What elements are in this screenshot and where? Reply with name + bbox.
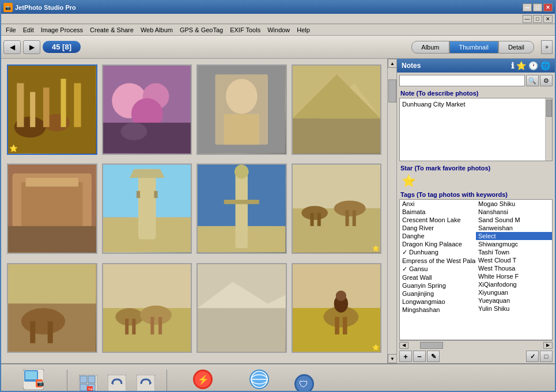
menu-file[interactable]: File	[2, 25, 20, 35]
search-button[interactable]: 🔍	[526, 75, 539, 86]
photo-3[interactable]	[196, 64, 287, 155]
photo-scrollbar[interactable]: ▲ ▼	[387, 59, 396, 363]
tags-scroll-thumb[interactable]	[420, 342, 443, 349]
inner-restore[interactable]: □	[533, 15, 542, 23]
photo-12[interactable]: ⭐	[292, 263, 382, 353]
scroll-thumb[interactable]	[388, 79, 396, 102]
settings-button[interactable]: ⚙	[540, 75, 553, 86]
svg-rect-32	[154, 191, 157, 198]
svg-text:🛡: 🛡	[299, 379, 308, 389]
close-button[interactable]: ✕	[543, 3, 553, 12]
inner-minimize[interactable]: —	[523, 15, 532, 23]
note-area[interactable]: Dunhuang City Market	[399, 98, 553, 161]
separator-1	[67, 370, 67, 392]
tag-guanyin-spring[interactable]: Guanyin Spring	[400, 281, 476, 290]
more-button[interactable]: »	[541, 40, 553, 54]
tag-fullscreen-button[interactable]: □	[540, 351, 553, 362]
menu-edit[interactable]: Edit	[20, 25, 37, 35]
create-share-icon: ⚡	[192, 369, 213, 390]
globe-icon[interactable]: 🌐	[540, 61, 550, 70]
tag-great-wall[interactable]: Great Wall	[400, 273, 476, 281]
import-photos-button[interactable]: 📷 Import Photos	[7, 367, 60, 392]
tag-danghe[interactable]: Danghe	[400, 232, 476, 240]
menu-image-process[interactable]: Image Process	[37, 25, 86, 35]
photo-4[interactable]	[292, 64, 382, 155]
edit-button-1[interactable]: ↪	[74, 371, 102, 392]
tags-scroll-left[interactable]: ◀	[399, 342, 409, 349]
star-button[interactable]: ⭐	[397, 173, 555, 189]
tag-mogao-shiku[interactable]: Mogao Shiku	[476, 200, 552, 208]
star-indicator-8: ⭐	[372, 245, 379, 252]
tag-empress-west-palace[interactable]: Empress of the West Palace	[400, 257, 476, 265]
tags-horizontal-scrollbar[interactable]: ◀ ▶	[399, 340, 553, 349]
photo-2[interactable]	[102, 64, 192, 155]
tag-dang-river[interactable]: Dang River	[400, 224, 476, 232]
tag-white-horse[interactable]: White Horse F	[476, 272, 552, 280]
photo-9[interactable]	[7, 263, 97, 353]
tag-guanjinjing[interactable]: Guanjinjing	[400, 290, 476, 298]
back-button[interactable]: ◀	[3, 40, 21, 54]
inner-close[interactable]: ✕	[543, 15, 553, 23]
photo-8[interactable]: ⭐	[292, 163, 382, 254]
scroll-down-arrow[interactable]: ▼	[388, 354, 396, 363]
tag-dunhuang[interactable]: Dunhuang	[400, 248, 476, 257]
redo-button[interactable]	[132, 371, 160, 392]
web-album-button[interactable]: Web Album	[236, 367, 282, 392]
tag-anxi[interactable]: Anxi	[400, 200, 476, 208]
photo-5[interactable]	[7, 163, 97, 254]
tag-mingshashan[interactable]: Mingshashan	[400, 306, 476, 314]
tag-shiwangmugc[interactable]: Shiwangmugc	[476, 240, 552, 248]
tag-yulin-shiku[interactable]: Yulin Shiku	[476, 305, 552, 313]
remove-tag-button[interactable]: −	[413, 351, 426, 362]
photo-1[interactable]: ⭐	[7, 64, 97, 155]
tag-select[interactable]: Select	[476, 232, 552, 240]
info-icon[interactable]: ℹ	[511, 61, 514, 70]
photo-grid-area: ⭐	[1, 59, 387, 363]
menu-help[interactable]: Help	[293, 25, 313, 35]
tag-sand-sound[interactable]: Sand Sound M	[476, 216, 552, 224]
tag-longwangmiao[interactable]: Longwangmiao	[400, 298, 476, 306]
photo-6[interactable]	[102, 163, 192, 254]
note-scroll-thumb[interactable]	[546, 100, 552, 117]
scroll-up-arrow[interactable]: ▲	[388, 59, 396, 68]
tab-album[interactable]: Album	[411, 41, 449, 54]
tag-xiqianfodong[interactable]: XiQianfodong	[476, 280, 552, 288]
menu-gps-geotag[interactable]: GPS & GeoTag	[176, 25, 226, 35]
tag-yueyaquan[interactable]: Yueyaquan	[476, 296, 552, 305]
tag-sanweishan[interactable]: Sanweishan	[476, 224, 552, 232]
tab-detail[interactable]: Detail	[498, 41, 534, 54]
forward-button[interactable]: ▶	[23, 40, 40, 54]
minimize-button[interactable]: —	[523, 3, 532, 12]
tab-thumbnail[interactable]: Thumbnail	[449, 41, 498, 54]
note-scrollbar[interactable]	[545, 98, 552, 161]
tag-west-cloud[interactable]: West Cloud T	[476, 256, 552, 264]
history-icon[interactable]: 🕐	[528, 61, 538, 70]
notes-search-input[interactable]	[399, 75, 525, 86]
photo-7[interactable]	[196, 163, 287, 254]
photo-10[interactable]	[102, 263, 192, 353]
svg-rect-44	[345, 211, 349, 226]
menu-create-share[interactable]: Create & Share	[86, 25, 137, 35]
tags-scroll-right[interactable]: ▶	[543, 342, 553, 349]
svg-rect-60	[198, 308, 286, 352]
menu-window[interactable]: Window	[264, 25, 293, 35]
menu-web-album[interactable]: Web Album	[137, 25, 176, 35]
create-share-button[interactable]: ⚡ Create & Share	[174, 367, 232, 392]
tag-xiyunguan[interactable]: Xiyunguan	[476, 288, 552, 296]
tag-gansu[interactable]: Gansu	[400, 265, 476, 273]
apply-tag-button[interactable]: ✓	[526, 351, 539, 362]
tag-west-thousa[interactable]: West Thousa	[476, 264, 552, 272]
tag-tashi-town[interactable]: Tashi Town	[476, 248, 552, 256]
tag-dragon-king-palaace[interactable]: Dragon King Palaace	[400, 240, 476, 248]
star-header-icon[interactable]: ⭐	[516, 61, 526, 70]
tag-baimata[interactable]: Baimata	[400, 208, 476, 216]
update-button[interactable]: 🛡	[287, 371, 322, 392]
undo-button[interactable]	[103, 371, 131, 392]
photo-11[interactable]	[196, 263, 287, 353]
tag-nanshansi[interactable]: Nanshansi	[476, 208, 552, 216]
add-tag-button[interactable]: +	[399, 351, 412, 362]
tag-crescent-moon-lake[interactable]: Crescent Moon Lake	[400, 216, 476, 224]
edit-tag-button[interactable]: ✎	[427, 351, 440, 362]
menu-exif-tools[interactable]: EXIF Tools	[226, 25, 264, 35]
restore-button[interactable]: □	[533, 3, 542, 12]
